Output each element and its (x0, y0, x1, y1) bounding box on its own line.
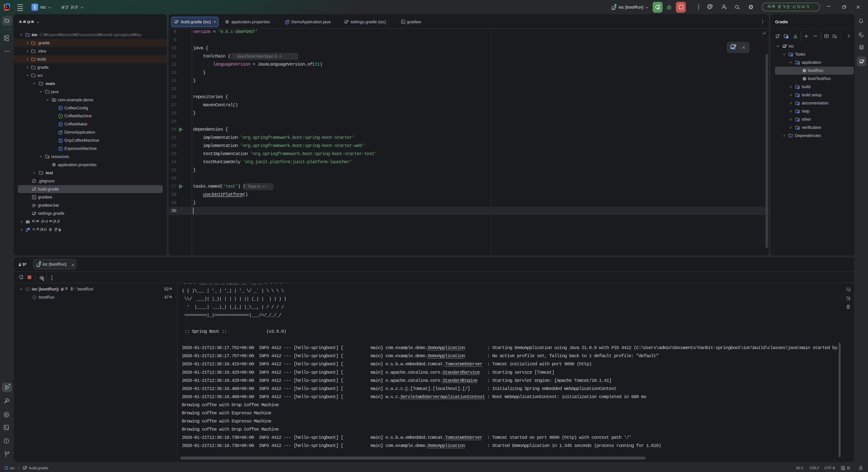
svg-text:C: C (60, 139, 62, 142)
svg-text:C: C (60, 147, 62, 150)
svg-text:C: C (286, 21, 288, 24)
svg-text:I: I (60, 115, 61, 118)
svg-text:C: C (60, 106, 62, 109)
svg-text:C: C (59, 131, 61, 134)
svg-text:C: C (60, 123, 62, 126)
